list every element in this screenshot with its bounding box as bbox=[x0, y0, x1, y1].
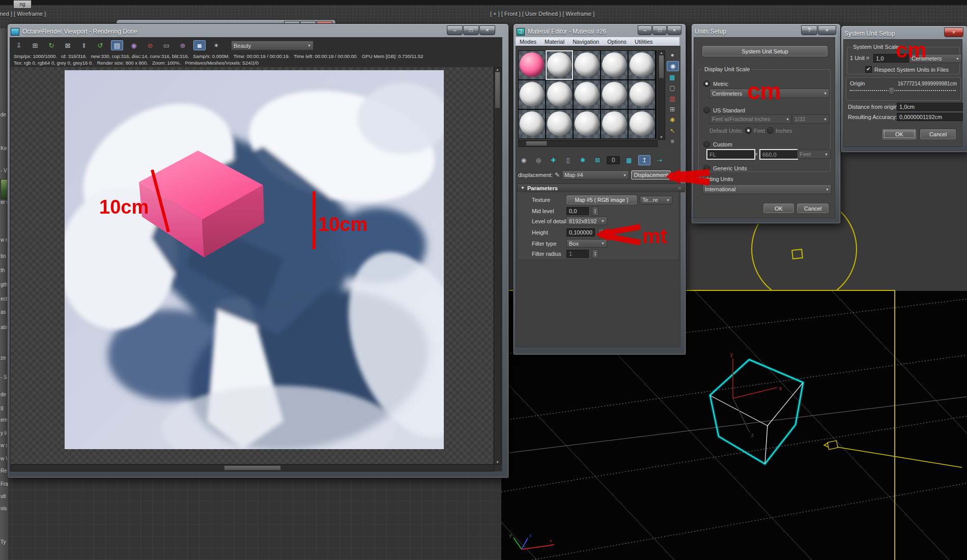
material-sample-slot[interactable] bbox=[518, 109, 546, 139]
material-sample-slot[interactable] bbox=[573, 109, 601, 139]
render-ball-icon[interactable]: ◉ bbox=[128, 41, 139, 50]
go-to-parent-icon[interactable]: ↥ bbox=[638, 155, 650, 165]
refresh-icon[interactable]: ↻ bbox=[46, 41, 57, 50]
render-target-icon[interactable]: ⊕ bbox=[177, 41, 188, 50]
material-sample-slot[interactable] bbox=[628, 50, 656, 80]
menu-navigation[interactable]: Navigation bbox=[573, 39, 599, 45]
material-editor-window[interactable]: 3 Material Editor - Material #26 – □ × M… bbox=[513, 23, 686, 355]
filter-radius-field[interactable]: 1 bbox=[566, 250, 589, 258]
octane-titlebar[interactable]: OctaneRender Viewport - Rendering Done bbox=[11, 26, 452, 37]
render-pass-select[interactable]: Beauty▼ bbox=[231, 41, 314, 50]
video-color-check-icon[interactable]: ▥ bbox=[667, 94, 678, 103]
material-sample-slot-selected[interactable] bbox=[546, 50, 573, 80]
midlevel-spinner[interactable]: ▲▼ bbox=[592, 207, 599, 216]
pencil-icon[interactable]: ✎ bbox=[555, 171, 560, 179]
show-map-in-viewport-icon[interactable]: ▩ bbox=[623, 156, 635, 165]
put-to-library-icon[interactable]: ⊠ bbox=[592, 156, 603, 165]
assign-to-selection-icon[interactable]: ✚ bbox=[548, 156, 559, 165]
sample-vscrollbar[interactable]: ▲ ▼ bbox=[658, 50, 665, 140]
material-sample-slot[interactable] bbox=[518, 80, 546, 109]
cancel-button[interactable]: Cancel bbox=[920, 129, 956, 139]
custom-unit-value-field[interactable]: 660,0 bbox=[759, 149, 798, 160]
height-spinner[interactable]: ▲▼ bbox=[598, 228, 605, 237]
us-unit-select[interactable]: Feet w/Fractional Inches▼ bbox=[709, 114, 792, 124]
material-editor-titlebar[interactable]: 3 Material Editor - Material #26 bbox=[517, 26, 635, 37]
system-unit-setup-button[interactable]: System Unit Setup bbox=[702, 46, 828, 56]
restart-icon[interactable]: ↺ bbox=[95, 41, 106, 50]
minimize-button[interactable]: – bbox=[638, 25, 652, 35]
metric-radio[interactable] bbox=[703, 80, 710, 87]
lighting-units-select[interactable]: International▼ bbox=[702, 184, 832, 194]
ok-button[interactable]: OK bbox=[883, 129, 916, 139]
filter-type-select[interactable]: Box▼ bbox=[566, 239, 607, 248]
filter-radius-spinner[interactable]: ▲▼ bbox=[592, 249, 599, 258]
lod-select[interactable]: 8192x8192▼ bbox=[566, 217, 607, 225]
pause-icon[interactable]: ‖ bbox=[78, 41, 90, 50]
ok-button[interactable]: OK bbox=[763, 203, 794, 213]
backlight-icon[interactable]: ◉ bbox=[667, 61, 679, 71]
get-material-icon[interactable]: ◉ bbox=[518, 156, 529, 165]
generic-units-radio[interactable] bbox=[703, 165, 710, 171]
material-sample-slot[interactable] bbox=[573, 80, 601, 109]
close-button[interactable]: × bbox=[667, 25, 681, 35]
save-image-icon[interactable]: ⇩ bbox=[13, 41, 24, 50]
select-by-material-icon[interactable]: ↖ bbox=[667, 126, 678, 135]
cancel-button[interactable]: Cancel bbox=[797, 203, 829, 213]
sample-hscrollbar[interactable] bbox=[518, 140, 658, 147]
maximize-button[interactable]: □ bbox=[652, 25, 667, 35]
go-forward-icon[interactable]: ⇢ bbox=[654, 156, 665, 165]
material-map-navigator-icon[interactable]: ≡ bbox=[667, 137, 678, 146]
render-hscrollbar[interactable] bbox=[11, 464, 494, 471]
camera-icon[interactable]: ◙ bbox=[193, 40, 206, 50]
sample-tiling-icon[interactable]: ▢ bbox=[667, 83, 678, 93]
close-button[interactable]: × bbox=[479, 25, 495, 35]
custom-unit-name-field[interactable]: FL bbox=[706, 149, 755, 160]
close-button[interactable]: × bbox=[818, 25, 836, 35]
origin-slider-track[interactable] bbox=[850, 90, 956, 91]
displacement-button[interactable]: Displacement bbox=[631, 170, 671, 180]
render-canvas-area[interactable]: 10cm 10cm bbox=[11, 67, 493, 464]
material-sample-slot[interactable] bbox=[601, 109, 628, 139]
unit-value-field[interactable]: 1,0 bbox=[873, 54, 910, 63]
lock-icon[interactable]: ⊠ bbox=[62, 41, 73, 50]
material-sample-slot[interactable] bbox=[546, 109, 573, 139]
material-id-box[interactable]: 0 bbox=[607, 156, 620, 164]
viewport-label-left[interactable]: fined ] [ Wireframe ] bbox=[0, 11, 46, 17]
copy-image-icon[interactable]: ⊞ bbox=[30, 41, 41, 50]
delete-map-icon[interactable]: ▯ bbox=[562, 156, 574, 165]
minimize-button[interactable]: – bbox=[447, 25, 463, 35]
material-sample-slot[interactable] bbox=[628, 80, 656, 109]
us-standard-radio[interactable] bbox=[703, 107, 710, 113]
material-sample-slot[interactable] bbox=[546, 80, 573, 109]
respect-units-checkbox[interactable]: ✔ bbox=[865, 66, 872, 73]
make-preview-icon[interactable]: ⊞ bbox=[667, 105, 678, 114]
make-unique-icon[interactable]: ✱ bbox=[577, 156, 588, 165]
background-icon[interactable]: ▩ bbox=[667, 73, 678, 82]
rendered-image[interactable]: 10cm 10cm bbox=[65, 70, 444, 449]
midlevel-field[interactable]: 0,0 bbox=[566, 207, 589, 215]
menu-options[interactable]: Options bbox=[607, 39, 627, 45]
menu-modes[interactable]: Modes bbox=[520, 39, 536, 45]
texture-map-button[interactable]: Map #5 ( RGB image ) bbox=[566, 195, 637, 204]
unit-type-select[interactable]: Centimeters▼ bbox=[909, 54, 962, 63]
material-sample-slot[interactable] bbox=[601, 80, 628, 109]
region-render-icon[interactable]: ▤ bbox=[111, 40, 123, 50]
close-button[interactable]: × bbox=[944, 27, 963, 37]
help-button[interactable]: ? bbox=[801, 25, 817, 35]
menu-utilities[interactable]: Utilities bbox=[635, 39, 652, 45]
system-unit-setup-dialog[interactable]: System Unit Setup × System Unit Scale 1 … bbox=[841, 25, 967, 153]
maximize-button[interactable]: □ bbox=[463, 25, 479, 35]
custom-unit-type-select[interactable]: Feet▼ bbox=[797, 150, 831, 159]
origin-slider-thumb[interactable] bbox=[889, 87, 894, 95]
metric-unit-select[interactable]: Centimeters▼ bbox=[709, 89, 830, 98]
texture-type-select[interactable]: Te...re▼ bbox=[640, 196, 672, 204]
custom-radio[interactable] bbox=[703, 141, 710, 148]
units-setup-titlebar[interactable]: Units Setup bbox=[695, 26, 784, 37]
height-field[interactable]: 0,100000 bbox=[566, 228, 595, 237]
options-icon[interactable]: ✱ bbox=[667, 115, 678, 125]
octane-render-window[interactable]: OctaneRender Viewport - Rendering Done –… bbox=[7, 23, 509, 478]
default-inches-radio[interactable] bbox=[767, 127, 774, 134]
system-unit-setup-titlebar[interactable]: System Unit Setup bbox=[844, 28, 942, 39]
monitor-icon[interactable]: ▭ bbox=[161, 41, 172, 50]
effects-icon[interactable]: ✶ bbox=[211, 41, 222, 50]
